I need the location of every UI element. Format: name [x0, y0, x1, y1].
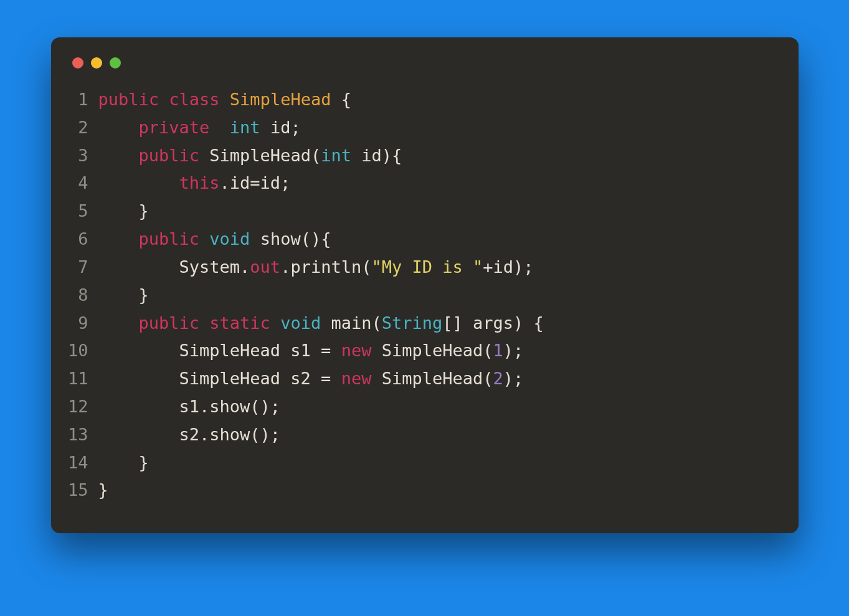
code-token: show(){ — [250, 229, 331, 249]
code-line[interactable]: 8 } — [64, 282, 786, 310]
code-line[interactable]: 1public class SimpleHead { — [64, 86, 786, 114]
code-content[interactable]: private int id; — [98, 114, 301, 142]
line-number: 15 — [64, 476, 98, 505]
line-number: 5 — [64, 197, 98, 225]
code-content[interactable]: SimpleHead s1 = new SimpleHead(1); — [98, 337, 524, 365]
code-token — [209, 118, 230, 137]
line-number: 8 — [64, 282, 98, 310]
minimize-icon[interactable] — [91, 57, 102, 69]
code-content[interactable]: SimpleHead s2 = new SimpleHead(2); — [98, 365, 524, 393]
code-line[interactable]: 4 this.id=id; — [64, 169, 786, 197]
code-token: id){ — [351, 146, 402, 165]
code-token: int — [230, 118, 260, 137]
line-number: 12 — [64, 393, 98, 421]
code-content[interactable]: public class SimpleHead { — [98, 86, 351, 114]
line-number: 10 — [64, 337, 98, 365]
code-token: void — [280, 313, 321, 333]
code-content[interactable]: } — [98, 449, 149, 477]
code-token: SimpleHead — [230, 90, 331, 109]
code-token — [270, 313, 280, 333]
code-token: [] args) { — [442, 313, 544, 333]
code-line[interactable]: 6 public void show(){ — [64, 225, 786, 254]
code-line[interactable]: 15} — [64, 476, 786, 505]
code-content[interactable]: public static void main(String[] args) { — [98, 310, 544, 338]
line-number: 13 — [64, 421, 98, 449]
code-content[interactable]: } — [98, 282, 149, 310]
code-content[interactable]: public SimpleHead(int id){ — [98, 142, 402, 170]
close-icon[interactable] — [72, 57, 83, 69]
code-token: private — [139, 118, 210, 137]
code-token: } — [98, 453, 149, 472]
code-token: public — [139, 146, 200, 165]
code-token — [98, 173, 179, 192]
code-line[interactable]: 2 private int id; — [64, 114, 786, 142]
code-token — [220, 90, 230, 109]
code-token: +id); — [483, 257, 533, 277]
code-line[interactable]: 10 SimpleHead s1 = new SimpleHead(1); — [64, 337, 786, 365]
code-token — [98, 146, 139, 165]
code-token: "My ID is " — [371, 257, 483, 277]
code-token: new — [341, 369, 372, 388]
code-token: public — [139, 229, 200, 249]
code-content[interactable]: s2.show(); — [98, 421, 281, 449]
code-line[interactable]: 13 s2.show(); — [64, 421, 786, 449]
code-line[interactable]: 7 System.out.println("My ID is "+id); — [64, 254, 786, 282]
line-number: 11 — [64, 365, 98, 393]
code-line[interactable]: 14 } — [64, 449, 786, 477]
code-token: .id=id; — [220, 173, 291, 192]
code-token: String — [382, 313, 443, 333]
code-line[interactable]: 9 public static void main(String[] args)… — [64, 310, 786, 338]
code-token — [98, 118, 139, 137]
code-token: int — [321, 146, 351, 165]
app-frame: 1public class SimpleHead {2 private int … — [0, 0, 849, 616]
code-content[interactable]: this.id=id; — [98, 169, 291, 197]
code-token: SimpleHead( — [371, 369, 493, 388]
code-token: SimpleHead( — [199, 146, 321, 165]
code-token: 1 — [493, 341, 503, 360]
line-number: 7 — [64, 254, 98, 282]
code-line[interactable]: 11 SimpleHead s2 = new SimpleHead(2); — [64, 365, 786, 393]
code-content[interactable]: } — [98, 476, 108, 505]
code-line[interactable]: 12 s1.show(); — [64, 393, 786, 421]
code-token — [98, 229, 139, 249]
code-token: SimpleHead( — [371, 341, 493, 360]
line-number: 2 — [64, 114, 98, 142]
code-token: ); — [503, 369, 524, 388]
code-content[interactable]: s1.show(); — [98, 393, 281, 421]
code-token: main( — [321, 313, 382, 333]
maximize-icon[interactable] — [110, 57, 121, 69]
line-number: 3 — [64, 142, 98, 170]
line-number: 14 — [64, 449, 98, 477]
code-token: .println( — [280, 257, 371, 277]
code-token: new — [341, 341, 372, 360]
editor-window: 1public class SimpleHead {2 private int … — [51, 37, 799, 533]
window-controls — [51, 37, 799, 81]
code-token: class — [169, 90, 219, 109]
code-token: void — [209, 229, 250, 249]
code-token: } — [98, 480, 108, 500]
code-token: id; — [260, 118, 301, 137]
code-editor[interactable]: 1public class SimpleHead {2 private int … — [51, 81, 799, 505]
code-token — [159, 90, 169, 109]
code-token: this — [179, 173, 220, 192]
code-token: } — [98, 201, 149, 220]
code-token — [199, 229, 209, 249]
code-token: 2 — [493, 369, 503, 388]
code-line[interactable]: 3 public SimpleHead(int id){ — [64, 142, 786, 170]
code-token — [199, 313, 209, 333]
code-content[interactable]: } — [98, 197, 149, 225]
code-token: s1.show(); — [98, 397, 281, 416]
code-line[interactable]: 5 } — [64, 197, 786, 225]
code-content[interactable]: System.out.println("My ID is "+id); — [98, 254, 534, 282]
code-token: static — [209, 313, 270, 333]
line-number: 9 — [64, 310, 98, 338]
code-token: public — [139, 313, 200, 333]
code-token: ); — [503, 341, 524, 360]
code-token: public — [98, 90, 159, 109]
code-token: out — [250, 257, 280, 277]
code-token: } — [98, 285, 149, 305]
line-number: 4 — [64, 169, 98, 197]
code-content[interactable]: public void show(){ — [98, 225, 331, 254]
code-token: s2.show(); — [98, 425, 281, 444]
code-token: SimpleHead s1 = — [98, 341, 341, 360]
